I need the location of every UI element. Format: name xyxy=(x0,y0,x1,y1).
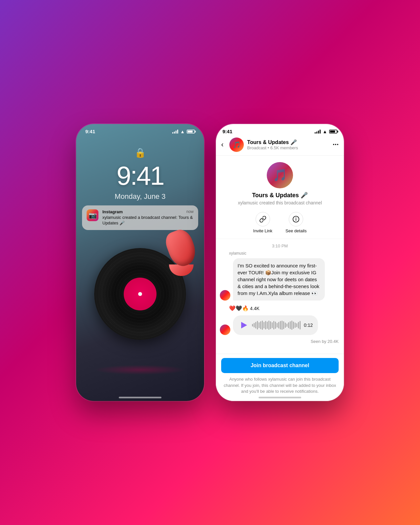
back-button[interactable]: ‹ xyxy=(221,139,226,150)
lock-time: 9:41 xyxy=(85,129,95,134)
invite-link-icon xyxy=(256,212,270,226)
channel-name-header: Tours & Updates 🎤 xyxy=(247,139,329,145)
see-details-label: See details xyxy=(285,228,306,233)
ig-wifi-icon: ▲ xyxy=(323,129,327,134)
reaction-count: 4.4K xyxy=(250,306,260,311)
instagram-app-icon: 📷 xyxy=(87,209,98,221)
more-options-button[interactable]: ··· xyxy=(333,140,339,149)
record-reflection xyxy=(94,365,186,375)
voice-message-row: 0:12 xyxy=(216,314,344,336)
notification-app-name: Instagram xyxy=(102,209,123,214)
reaction-emojis: ❤️🖤🔥 xyxy=(229,305,249,311)
play-icon xyxy=(241,322,247,328)
join-broadcast-button[interactable]: Join broadcast channel xyxy=(221,358,339,373)
channel-full-name: Tours & Updates 🎤 xyxy=(252,192,308,199)
lock-date-display: Monday, June 3 xyxy=(76,192,204,201)
sender-avatar-voice xyxy=(220,325,230,335)
ig-battery-icon xyxy=(329,130,337,134)
voice-message-bubble[interactable]: 0:12 xyxy=(233,315,318,335)
channel-info-header: Tours & Updates 🎤 Broadcast • 6.5K membe… xyxy=(247,139,329,150)
time-divider: 3:10 PM xyxy=(216,239,344,251)
ig-header: ‹ 🎵 Tours & Updates 🎤 Broadcast • 6.5K m… xyxy=(216,134,344,156)
see-details-button[interactable]: See details xyxy=(285,212,306,233)
invite-link-button[interactable]: Invite Link xyxy=(253,212,273,233)
notification-banner[interactable]: 📷 Instagram now xylamusic created a broa… xyxy=(82,205,198,230)
message-sender-label: xylamusic xyxy=(216,251,344,256)
invite-link-label: Invite Link xyxy=(253,228,273,233)
see-details-icon xyxy=(289,212,303,226)
instagram-logo: 📷 xyxy=(89,211,97,219)
vinyl-area xyxy=(76,237,204,351)
ig-time: 9:41 xyxy=(222,129,232,134)
notification-content: Instagram now xylamusic created a broadc… xyxy=(102,209,194,226)
notification-text: xylamusic created a broadcast channel: T… xyxy=(102,215,194,226)
text-message-row: I'm SO excited to announce my first-ever… xyxy=(216,257,344,302)
channel-created-by: xylamusic created this broadcast channel xyxy=(238,200,322,205)
text-message-bubble: I'm SO excited to announce my first-ever… xyxy=(233,258,325,301)
ig-bottom-cta: Join broadcast channel Anyone who follow… xyxy=(216,354,344,401)
signal-icon xyxy=(172,130,178,134)
lock-icon-container: 🔒 xyxy=(76,147,204,158)
seen-by-label: Seen by 20.4K xyxy=(216,338,344,346)
join-description: Anyone who follows xylamusic can join th… xyxy=(221,376,339,394)
sender-avatar xyxy=(220,290,230,301)
channel-info-section: 🎵 Tours & Updates 🎤 xylamusic created th… xyxy=(216,156,344,239)
lock-icon: 🔒 xyxy=(135,148,146,158)
notification-time: now xyxy=(186,209,194,214)
ig-status-icons: ▲ xyxy=(315,129,337,134)
home-indicator xyxy=(119,397,161,398)
ig-chat-area: 🎵 Tours & Updates 🎤 xylamusic created th… xyxy=(216,156,344,353)
hand-illustration xyxy=(168,230,194,276)
channel-actions: Invite Link See details xyxy=(253,212,307,233)
lock-time-display: 9:41 xyxy=(76,161,204,191)
lock-status-icons: ▲ xyxy=(172,129,195,134)
waveform xyxy=(252,320,301,330)
ig-signal-icon xyxy=(315,130,321,134)
right-phone: 9:41 ▲ ‹ 🎵 Tours & Updates 🎤 Broadcast •… xyxy=(216,124,344,401)
home-indicator-right xyxy=(259,397,301,398)
battery-icon xyxy=(187,130,195,134)
lock-status-bar: 9:41 ▲ xyxy=(76,124,204,134)
channel-big-avatar: 🎵 xyxy=(267,162,293,188)
ig-status-bar: 9:41 ▲ xyxy=(216,124,344,134)
left-phone: 9:41 ▲ 🔒 9:41 Monday, June 3 📷 xyxy=(76,124,204,401)
channel-meta-header: Broadcast • 6.5K members xyxy=(247,145,329,150)
channel-avatar-header: 🎵 xyxy=(229,137,244,152)
wifi-icon: ▲ xyxy=(180,129,185,134)
vinyl-center xyxy=(138,292,142,296)
message-reactions[interactable]: ❤️🖤🔥 4.4K xyxy=(216,305,344,311)
voice-duration: 0:12 xyxy=(304,323,313,328)
vinyl-label xyxy=(124,278,157,310)
play-button[interactable] xyxy=(238,320,249,330)
